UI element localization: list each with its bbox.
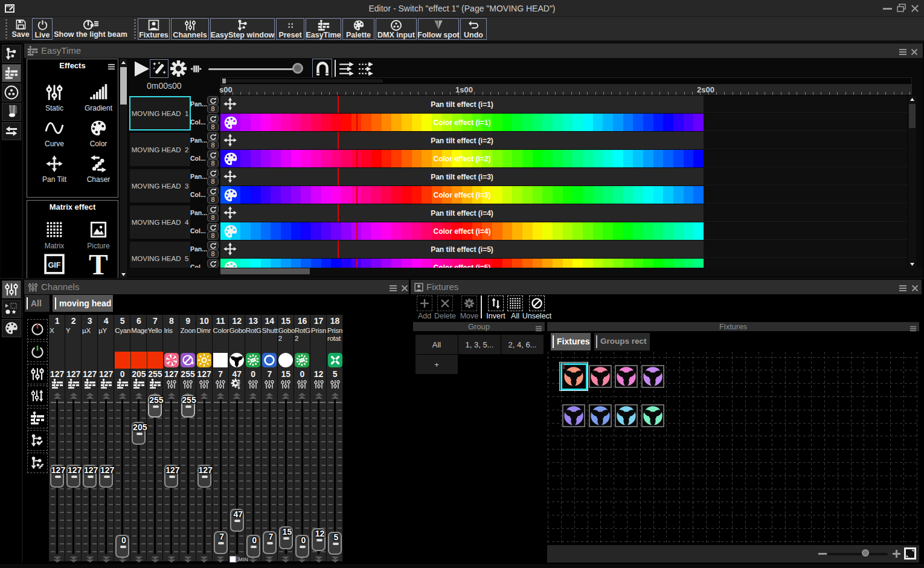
svg-text:GIF: GIF bbox=[48, 260, 60, 269]
svg-text:T: T bbox=[89, 251, 108, 277]
